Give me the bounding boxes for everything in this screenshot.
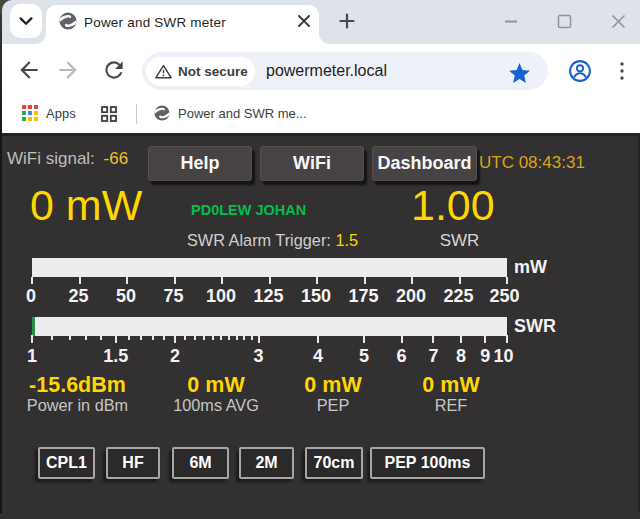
swr-scale-number: 1 bbox=[27, 346, 37, 367]
reading-label: REF bbox=[435, 396, 468, 415]
swr-scale-tick bbox=[363, 335, 365, 343]
wifi-signal: WiFi signal: -66 bbox=[7, 149, 128, 169]
swr-scale-minor-tick bbox=[100, 335, 102, 340]
bookmarks-divider bbox=[136, 104, 137, 124]
band-button-hf[interactable]: HF bbox=[106, 447, 160, 479]
swr-scale-minor-tick bbox=[51, 335, 53, 340]
trigger-value: 1.5 bbox=[335, 231, 358, 249]
grid-2x2-icon[interactable] bbox=[101, 106, 117, 122]
power-scale-number: 200 bbox=[396, 286, 426, 307]
power-scale-tick bbox=[126, 277, 128, 285]
swr-caption: SWR bbox=[418, 231, 501, 251]
reload-icon[interactable] bbox=[101, 57, 127, 83]
power-scale-number: 225 bbox=[443, 286, 473, 307]
power-scale-number: 25 bbox=[68, 286, 88, 307]
swr-scale-number: 4 bbox=[313, 346, 323, 367]
swr-scale-minor-tick bbox=[128, 335, 130, 340]
swr-scale-number: 7 bbox=[428, 346, 438, 367]
power-meter-unit: mW bbox=[514, 257, 547, 278]
browser-tab[interactable]: Power and SWR meter bbox=[46, 5, 319, 44]
help-button[interactable]: Help bbox=[148, 146, 252, 181]
power-scale-tick bbox=[506, 277, 508, 285]
warning-triangle-icon bbox=[155, 64, 172, 79]
band-button-2m[interactable]: 2M bbox=[239, 447, 294, 479]
band-button-70cm[interactable]: 70cm bbox=[305, 447, 363, 479]
power-scale-tick bbox=[459, 277, 461, 285]
forward-icon[interactable] bbox=[55, 57, 81, 83]
reading-label: 100ms AVG bbox=[173, 396, 259, 415]
swr-scale-number: 6 bbox=[397, 346, 407, 367]
utc-clock: UTC 08:43:31 bbox=[479, 153, 585, 173]
bookmark-globe-icon bbox=[154, 105, 170, 121]
reading-value: 0 mW bbox=[422, 373, 479, 398]
swr-scale-number: 1.5 bbox=[103, 346, 128, 367]
swr-scale-minor-tick bbox=[152, 335, 154, 340]
power-scale-number: 75 bbox=[163, 286, 183, 307]
power-scale-number: 0 bbox=[26, 286, 36, 307]
back-icon[interactable] bbox=[16, 57, 42, 83]
power-scale-number: 250 bbox=[489, 286, 519, 307]
wifi-button[interactable]: WiFi bbox=[260, 146, 364, 181]
power-scale-tick bbox=[174, 277, 176, 285]
reading-label: PEP bbox=[317, 396, 350, 415]
wifi-signal-label: WiFi signal: bbox=[7, 149, 95, 168]
swr-scale-minor-tick bbox=[220, 335, 222, 340]
chevron-down-icon bbox=[19, 17, 33, 26]
close-window-icon[interactable] bbox=[613, 16, 625, 28]
power-scale-tick bbox=[411, 277, 413, 285]
power-value: 0 mW bbox=[30, 184, 142, 227]
dashboard-button[interactable]: Dashboard bbox=[372, 146, 477, 181]
tab-strip: Power and SWR meter bbox=[2, 0, 640, 44]
address-bar[interactable]: Not secure powermeter.local bbox=[142, 52, 548, 90]
window-controls bbox=[495, 0, 640, 44]
globe-favicon-icon bbox=[59, 12, 77, 30]
page-content: WiFi signal: -66 Help WiFi Dashboard UTC… bbox=[2, 133, 640, 519]
band-button-pep-100ms[interactable]: PEP 100ms bbox=[370, 447, 485, 479]
swr-scale-tick bbox=[174, 335, 176, 343]
browser-menu-icon[interactable] bbox=[614, 59, 630, 83]
apps-label[interactable]: Apps bbox=[46, 96, 76, 133]
trigger-label: SWR Alarm Trigger: bbox=[187, 231, 331, 249]
tab-search-button[interactable] bbox=[10, 4, 42, 38]
power-scale-number: 125 bbox=[253, 286, 283, 307]
apps-grid-icon[interactable] bbox=[22, 105, 38, 121]
swr-meter-bar bbox=[32, 317, 507, 336]
swr-scale-minor-tick bbox=[251, 335, 253, 340]
maximize-icon[interactable] bbox=[559, 16, 571, 28]
tab-close-icon[interactable] bbox=[296, 13, 312, 29]
power-scale-tick bbox=[269, 277, 271, 285]
tab-title: Power and SWR meter bbox=[84, 14, 226, 32]
swr-scale-minor-tick bbox=[69, 335, 71, 340]
power-scale-tick bbox=[79, 277, 81, 285]
swr-scale-minor-tick bbox=[163, 335, 165, 340]
swr-meter-unit: SWR bbox=[514, 316, 556, 337]
url-text: powermeter.local bbox=[266, 52, 387, 90]
power-scale-tick bbox=[31, 277, 33, 285]
swr-scale-minor-tick bbox=[212, 335, 214, 340]
swr-scale-minor-tick bbox=[203, 335, 205, 340]
bookmark-star-icon[interactable] bbox=[507, 61, 532, 86]
power-scale-tick bbox=[316, 277, 318, 285]
security-chip[interactable]: Not secure bbox=[146, 57, 255, 86]
band-button-cpl1[interactable]: CPL1 bbox=[38, 447, 95, 479]
swr-scale-minor-tick bbox=[85, 335, 87, 340]
band-button-6m[interactable]: 6M bbox=[172, 447, 229, 479]
bookmark-label[interactable]: Power and SWR me... bbox=[178, 96, 307, 133]
window-left-edge bbox=[0, 14, 2, 513]
swr-scale-tick bbox=[258, 335, 260, 343]
swr-scale-tick bbox=[506, 335, 508, 343]
power-scale-number: 150 bbox=[301, 286, 331, 307]
reading-label: Power in dBm bbox=[27, 396, 128, 415]
reading-value: -15.6dBm bbox=[29, 373, 126, 398]
bookmarks-bar: Apps Power and SWR me... bbox=[2, 96, 640, 133]
power-scale-number: 175 bbox=[348, 286, 378, 307]
swr-scale-minor-tick bbox=[236, 335, 238, 340]
power-scale-tick bbox=[221, 277, 223, 285]
swr-scale-minor-tick bbox=[184, 335, 186, 340]
power-meter-bar bbox=[32, 258, 507, 277]
browser-toolbar: Not secure powermeter.local bbox=[2, 44, 640, 96]
swr-scale-minor-tick bbox=[228, 335, 230, 340]
profile-avatar-icon[interactable] bbox=[569, 60, 591, 82]
swr-scale-minor-tick bbox=[140, 335, 142, 340]
new-tab-button[interactable] bbox=[337, 11, 357, 31]
